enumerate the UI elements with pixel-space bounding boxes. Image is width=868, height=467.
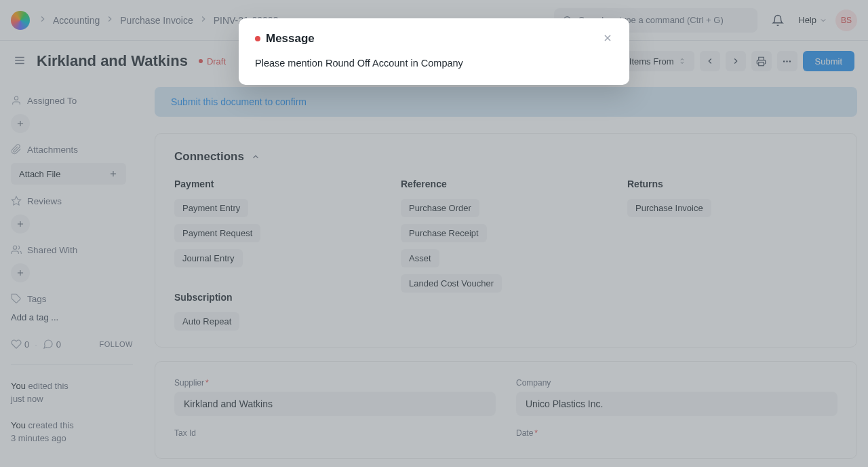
modal-close-button[interactable] — [602, 33, 613, 45]
modal-indicator-icon — [255, 36, 260, 41]
message-modal: Message Please mention Round Off Account… — [239, 18, 629, 85]
close-icon — [602, 33, 613, 43]
modal-body: Please mention Round Off Account in Comp… — [255, 58, 613, 69]
modal-title: Message — [266, 32, 315, 45]
